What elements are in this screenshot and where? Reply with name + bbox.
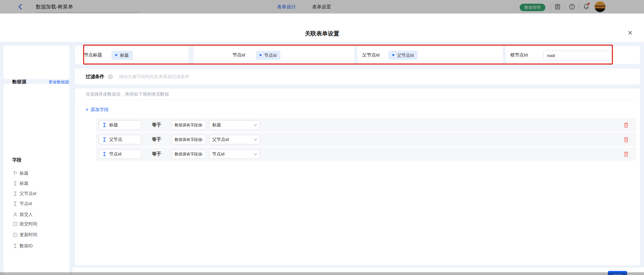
value-source-select[interactable]: 数据源表字段值 <box>172 135 206 144</box>
plus-icon: + <box>85 106 89 112</box>
fill-rules-panel <box>75 89 640 265</box>
root-id-input[interactable] <box>543 51 612 60</box>
rule-field-box[interactable]: 节点id <box>99 149 141 159</box>
text-field-icon <box>13 244 18 248</box>
root-id-label: 根节点Id <box>510 46 528 64</box>
back-icon[interactable] <box>17 3 24 10</box>
contacts-icon[interactable] <box>554 4 561 10</box>
text-field-icon <box>102 152 107 156</box>
node-title-field-tag[interactable]: 标题 <box>112 51 133 60</box>
source-field-select[interactable]: 父节点id <box>209 135 260 144</box>
modal-title: 关联表单设置 <box>0 30 644 38</box>
add-field-button[interactable]: +添加字段 <box>85 105 109 114</box>
filter-bar: 过滤条件 拖动左侧字段到此处来添加过滤条件 <box>75 69 640 84</box>
help-icon[interactable]: ? <box>569 4 575 10</box>
delete-rule-icon[interactable] <box>623 137 629 143</box>
text-field-icon <box>102 137 107 142</box>
text-field-icon <box>13 191 18 196</box>
value-source-select[interactable]: 数据源表字段值 <box>172 120 206 130</box>
text-field-icon <box>102 123 107 127</box>
field-item[interactable]: 7 提交时间 <box>9 219 70 229</box>
fields-title: 字段 <box>12 157 22 163</box>
target-icon <box>108 74 113 79</box>
chevron-down-icon <box>200 139 203 141</box>
chevron-down-icon <box>200 153 203 155</box>
chevron-down-icon <box>200 124 203 126</box>
delete-rule-icon[interactable] <box>623 122 629 128</box>
text-field-icon <box>13 181 18 186</box>
rule-field-box[interactable]: 标题 <box>99 120 141 130</box>
operator-label: 等于 <box>152 147 161 161</box>
title-dashed-underline <box>36 12 140 12</box>
tab-form-design[interactable]: 表单设计 <box>277 0 296 14</box>
close-icon[interactable]: × <box>628 28 633 37</box>
chevron-down-icon <box>254 153 257 155</box>
source-field-select[interactable]: 标题 <box>209 120 260 130</box>
delete-rule-icon[interactable] <box>623 151 629 157</box>
operator-label: 等于 <box>152 118 161 132</box>
save-button[interactable]: 保存 <box>608 271 627 275</box>
heading-icon <box>13 171 18 176</box>
node-id-field-tag[interactable]: 节点id <box>256 51 280 60</box>
parent-id-label: 父节点id <box>362 46 379 64</box>
text-field-icon <box>13 201 18 206</box>
calendar-icon: 7 <box>13 232 18 237</box>
chevron-down-icon <box>115 54 118 56</box>
chevron-down-icon <box>254 139 257 141</box>
tab-form-settings[interactable]: 表单设置 <box>312 0 331 14</box>
notification-dot <box>588 3 590 5</box>
field-item[interactable]: 标题 <box>9 179 70 188</box>
field-item[interactable]: 数据ID <box>9 241 70 251</box>
field-item[interactable]: 父节点id <box>9 189 70 198</box>
app: 数据加载-树菜单 表单设计 表单设置 数据管理 ? 关联表单设置 × 数据源 更… <box>0 0 644 275</box>
user-icon <box>13 212 18 217</box>
svg-text:7: 7 <box>15 223 16 226</box>
rule-field-box[interactable]: 父节点 <box>99 135 141 144</box>
divider <box>565 4 565 9</box>
linked-form-settings-modal: 关联表单设置 × 数据源 更改数据源 辅助表-树菜单 字段 标题 标题 <box>0 14 644 272</box>
filter-dropzone[interactable]: 拖动左侧字段到此处来添加过滤条件 <box>119 69 189 84</box>
field-item[interactable]: 7 更新时间 <box>9 230 70 240</box>
chevron-down-icon <box>392 54 395 56</box>
modal-footer <box>73 268 644 275</box>
dashed-divider <box>79 99 636 100</box>
calendar-icon: 7 <box>13 222 18 226</box>
field-item[interactable]: 标题 <box>9 169 70 178</box>
divider <box>551 4 551 9</box>
topbar: 数据加载-树菜单 表单设计 表单设置 数据管理 ? <box>0 0 644 14</box>
svg-text:?: ? <box>571 5 573 9</box>
data-manage-button[interactable]: 数据管理 <box>520 4 545 11</box>
parent-id-field-tag[interactable]: 父节点id <box>389 51 418 60</box>
avatar[interactable] <box>595 1 605 12</box>
bell-icon[interactable] <box>583 3 589 9</box>
fields-panel: 字段 标题 标题 父节点id 节点id 提交人 7 <box>3 84 70 275</box>
field-item[interactable]: 提交人 <box>9 210 70 219</box>
chevron-down-icon <box>254 124 257 126</box>
chevron-down-icon <box>259 54 262 56</box>
rules-hint: 当选择具体数据后，将按如下规则填充数据 <box>85 91 169 97</box>
node-title-label: 节点标题 <box>84 46 102 64</box>
divider <box>579 4 579 9</box>
page-title: 数据加载-树菜单 <box>36 0 73 14</box>
filter-label: 过滤条件 <box>85 69 104 84</box>
operator-label: 等于 <box>152 133 161 146</box>
svg-text:7: 7 <box>15 234 16 236</box>
node-id-label: 节点id <box>232 46 245 64</box>
value-source-select[interactable]: 数据源表字段值 <box>172 149 206 159</box>
source-field-select[interactable]: 节点id <box>209 149 260 159</box>
field-item[interactable]: 节点id <box>9 199 70 208</box>
datasource-panel: 数据源 更改数据源 辅助表-树菜单 <box>3 46 70 79</box>
